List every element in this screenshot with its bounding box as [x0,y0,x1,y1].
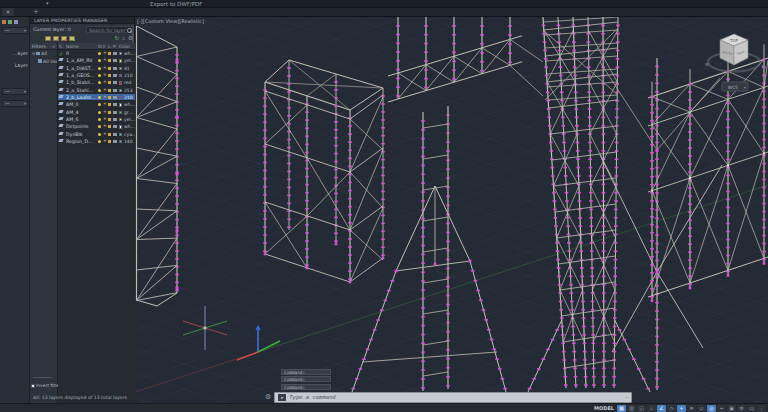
layer-name[interactable]: Defpoints [66,124,96,129]
color-swatch-icon[interactable] [8,20,12,24]
layer-on-icon[interactable] [98,118,101,121]
layer-color-swatch[interactable] [119,67,122,70]
layer-plot-icon[interactable] [113,59,117,62]
3d-model-canvas[interactable] [135,17,768,403]
layer-freeze-icon[interactable]: ☀ [103,50,107,55]
layer-row[interactable]: AM_6☀yel... [58,116,135,123]
column-header[interactable]: S. [59,44,63,49]
layer-freeze-icon[interactable]: ☀ [103,79,107,84]
layer-freeze-icon[interactable]: ☀ [103,94,107,99]
lineweight-icon[interactable]: ≡ [687,405,696,412]
layer-freeze-icon[interactable]: ☀ [103,87,107,92]
layer-on-icon[interactable] [98,59,101,62]
property-dropdown[interactable]: —▾ [2,88,28,95]
layer-name[interactable]: AM_6 [66,117,96,122]
snap-mode-icon[interactable]: ▥ [627,405,636,412]
layer-color-swatch[interactable] [119,96,122,99]
layer-name[interactable]: 1_a_DIAST... [66,66,96,71]
layer-lock-icon[interactable] [108,125,111,128]
customize-wrench-icon[interactable]: ⚙ [265,393,271,401]
layer-plot-icon[interactable] [113,81,117,84]
layer-row[interactable]: AM_4☀gr... [58,109,135,116]
tab-close-button[interactable]: × [2,8,14,16]
layer-plot-icon[interactable] [113,89,117,92]
layer-plot-icon[interactable] [113,67,117,70]
delete-layer-button[interactable] [61,36,67,41]
layer-plot-icon[interactable] [113,133,117,136]
layer-on-icon[interactable] [98,133,101,136]
drawing-viewport[interactable]: [-][Custom View][Realistic] WSE TOP SOUT… [135,17,768,403]
layer-on-icon[interactable] [98,81,101,84]
layer-name[interactable]: 0 [66,51,96,56]
layer-color-swatch[interactable] [119,74,122,77]
layer-color-swatch[interactable] [119,81,122,84]
viewport-controls-label[interactable]: [-][Custom View][Realistic] [137,18,204,24]
property-dropdown[interactable]: —▾ [2,100,28,107]
layer-row[interactable]: DynBlk☀cya... [58,131,135,138]
layer-name[interactable]: 1_a_AM_RV [66,58,96,63]
layer-freeze-icon[interactable]: ☀ [103,109,107,114]
layer-on-icon[interactable] [98,89,101,92]
layer-row[interactable]: 2_b_Laufst...☀210 [58,94,135,101]
layer-freeze-icon[interactable]: ☀ [103,72,107,77]
layer-name[interactable]: AM_4 [66,110,96,115]
layer-row[interactable]: Region_D...☀140 [58,138,135,145]
layer-freeze-icon[interactable]: ☀ [103,57,107,62]
settings-gear-icon[interactable]: ⚙ [128,35,133,42]
layer-on-icon[interactable] [98,52,101,55]
property-dropdown[interactable]: —▾ [2,27,28,34]
layer-list-header[interactable]: S.NameO.F.L.P.Color [58,43,135,50]
polar-icon[interactable]: ∠ [657,405,666,412]
layer-lock-icon[interactable] [108,133,111,136]
model-space-label[interactable]: MODEL [594,405,614,411]
new-vp-frozen-layer-button[interactable] [53,36,59,41]
layer-plot-icon[interactable] [113,96,117,99]
layer-row[interactable]: 1_a_GEOS...☀210 [58,72,135,79]
filters-hscrollbar[interactable] [33,377,53,379]
layer-plot-icon[interactable] [113,118,117,121]
refresh-icon[interactable]: ↻ [114,35,119,42]
layer-on-icon[interactable] [98,111,101,114]
layer-search-input[interactable]: Search for layer [86,26,133,33]
layer-lock-icon[interactable] [108,67,111,70]
workspace-gear-icon[interactable]: ⚙ [737,405,746,412]
column-header[interactable]: L. [108,44,112,49]
viewcube[interactable]: WSE TOP SOUTH EAST WCS ▾ [702,20,766,98]
layer-name[interactable]: Region_D... [66,139,96,144]
layer-plot-icon[interactable] [113,103,117,106]
layer-freeze-icon[interactable]: ☀ [103,101,107,106]
grid-icon[interactable]: ▦ [617,405,626,412]
layer-lock-icon[interactable] [108,59,111,62]
column-header[interactable]: O. [98,44,103,49]
command-bar-handle[interactable]: ‒ [625,394,628,400]
new-layer-button[interactable] [45,36,51,41]
layer-freeze-icon[interactable]: ☀ [103,123,107,128]
filter-tree-item[interactable]: ⊟All [30,50,57,58]
layer-lock-icon[interactable] [108,74,111,77]
layer-plot-icon[interactable] [113,74,117,77]
layer-row[interactable]: AM_0☀wh... [58,101,135,108]
checkbox-icon[interactable] [31,384,35,388]
layer-on-icon[interactable] [98,67,101,70]
layer-plot-icon[interactable] [113,125,117,128]
palette-title[interactable]: LAYER PROPERTIES MANAGER [30,17,134,24]
infer-icon[interactable]: ◱ [637,405,646,412]
clean-screen-icon[interactable]: ⋮ [757,405,766,412]
isolate-icon[interactable]: ▫ [122,35,125,42]
filter-tree-item[interactable]: All Used La... [30,58,57,66]
layer-name[interactable]: AM_0 [66,102,96,107]
layer-freeze-icon[interactable]: ☀ [103,65,107,70]
layer-on-icon[interactable] [98,103,101,106]
layer-row[interactable]: ✓0☀wh... [58,50,135,57]
layer-lock-icon[interactable] [108,111,111,114]
layer-row[interactable]: 2_a_Stahl...☀253 [58,87,135,94]
layer-on-icon[interactable] [98,74,101,77]
layer-row[interactable]: Defpoints☀wh... [58,123,135,130]
layer-plot-icon[interactable] [113,52,117,55]
layer-color-swatch[interactable] [119,125,122,128]
layer-on-icon[interactable] [98,140,101,143]
layer-on-icon[interactable] [98,125,101,128]
osnap-icon[interactable]: ⌖ [677,405,686,412]
layer-row[interactable]: 1_b_Stabil...☀red [58,79,135,86]
layer-freeze-icon[interactable]: ☀ [103,131,107,136]
